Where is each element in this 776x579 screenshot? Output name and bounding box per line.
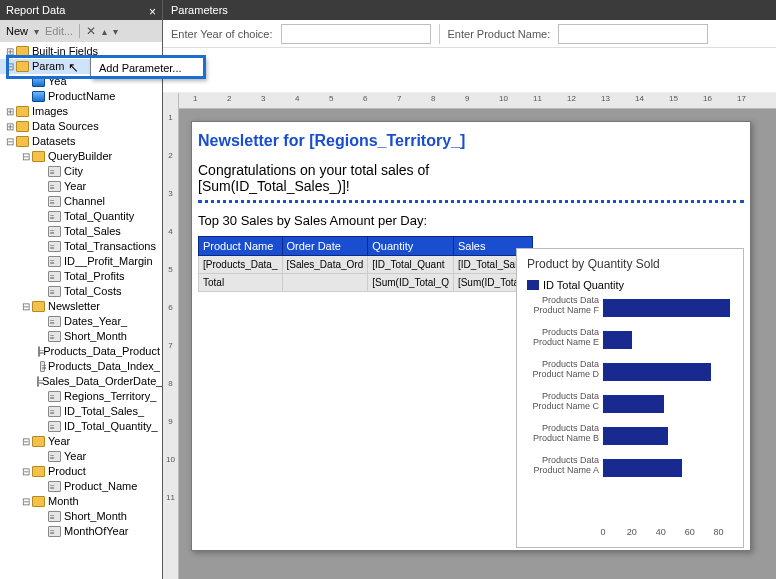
table-cell[interactable]: [Sum(ID_Total_Q	[368, 274, 454, 292]
tree-label: Total_Costs	[64, 284, 121, 299]
param1-label: Enter Year of choice:	[171, 28, 273, 40]
report-page[interactable]: Newsletter for [Regions_Territory_] Cong…	[191, 121, 751, 551]
close-icon[interactable]: ×	[149, 2, 156, 22]
subheading[interactable]: Top 30 Sales by Sales Amount per Day:	[198, 209, 744, 232]
tree-node[interactable]: Product_Name	[0, 479, 162, 494]
tree-node[interactable]: Year	[0, 179, 162, 194]
tree-node[interactable]: Products_Data_Product	[0, 344, 162, 359]
canvas-area[interactable]: Newsletter for [Regions_Territory_] Cong…	[179, 109, 776, 579]
expand-icon[interactable]: ⊞	[4, 104, 15, 119]
bar-row: Products DataProduct Name C	[603, 395, 733, 417]
param-icon	[32, 91, 45, 102]
tree-node[interactable]: Total_Transactions	[0, 239, 162, 254]
collapse-icon[interactable]: ⊟	[4, 134, 15, 149]
chart-axis: 020406080	[603, 527, 733, 541]
tree-node[interactable]: ID_Total_Sales_	[0, 404, 162, 419]
table-cell[interactable]: [ID_Total_Quant	[368, 256, 454, 274]
table-cell[interactable]: [Products_Data_	[199, 256, 283, 274]
collapse-icon[interactable]: ⊟	[20, 494, 31, 509]
table-header[interactable]: Order Date	[282, 237, 368, 256]
table-cell[interactable]: Total	[199, 274, 283, 292]
tree-node[interactable]: ⊟QueryBuilder	[0, 149, 162, 164]
table-header[interactable]: Product Name	[199, 237, 283, 256]
param2-input[interactable]	[558, 24, 708, 44]
tree-label: Total_Quantity	[64, 209, 134, 224]
folder-icon	[16, 106, 29, 117]
chart-bars: Products DataProduct Name FProducts Data…	[603, 299, 733, 499]
toolbar-separator	[79, 24, 80, 38]
congrats-line2[interactable]: [Sum(ID_Total_Sales_)]!	[198, 178, 744, 194]
tree-node[interactable]: ID_Total_Quantity_	[0, 419, 162, 434]
tree-label: Param	[32, 59, 64, 74]
expand-icon[interactable]: ⊞	[4, 44, 15, 59]
add-parameter-menu-item[interactable]: Add Parameter...	[91, 58, 204, 78]
tree-node[interactable]: ⊞Data Sources	[0, 119, 162, 134]
edit-button[interactable]: Edit...	[45, 25, 73, 37]
tree-node[interactable]: ProductName	[0, 89, 162, 104]
tree-label: Product_Name	[64, 479, 137, 494]
move-up-icon[interactable]: ▴	[102, 26, 107, 37]
collapse-icon[interactable]: ⊟	[4, 59, 15, 74]
table-cell[interactable]: [Sales_Data_Ord	[282, 256, 368, 274]
tree-label: Year	[64, 179, 86, 194]
delete-icon[interactable]: ✕	[86, 24, 96, 38]
bar-fill	[603, 299, 730, 317]
tree-node[interactable]: Total_Profits	[0, 269, 162, 284]
tree-node[interactable]: ⊟Newsletter	[0, 299, 162, 314]
tree-node[interactable]: MonthOfYear	[0, 524, 162, 539]
table-header[interactable]: Quantity	[368, 237, 454, 256]
fieldset-icon	[48, 196, 61, 207]
move-down-icon[interactable]: ▾	[113, 26, 118, 37]
tree-node[interactable]: Total_Quantity	[0, 209, 162, 224]
sales-table[interactable]: Product NameOrder DateQuantitySales [Pro…	[198, 236, 533, 292]
table-cell[interactable]	[282, 274, 368, 292]
tree-node[interactable]: Short_Month	[0, 509, 162, 524]
tree-node[interactable]: Total_Sales	[0, 224, 162, 239]
report-title[interactable]: Newsletter for [Regions_Territory_]	[192, 122, 750, 162]
tree-node[interactable]: ⊟Datasets	[0, 134, 162, 149]
collapse-icon[interactable]: ⊟	[20, 434, 31, 449]
report-data-tree[interactable]: ⊞Built-in Fields⊟Param Yea ProductName⊞I…	[0, 42, 162, 579]
context-menu[interactable]: Add Parameter...	[90, 57, 205, 79]
tree-node[interactable]: City	[0, 164, 162, 179]
horizontal-ruler: 1234567891011121314151617	[179, 93, 776, 109]
tree-label: Datasets	[32, 134, 75, 149]
tree-node[interactable]: ID__Profit_Margin	[0, 254, 162, 269]
tree-node[interactable]: ⊟Product	[0, 464, 162, 479]
tree-node[interactable]: Total_Costs	[0, 284, 162, 299]
axis-tick: 0	[600, 527, 605, 537]
fieldset-icon	[48, 271, 61, 282]
tree-node[interactable]: ⊟Year	[0, 434, 162, 449]
axis-tick: 20	[627, 527, 637, 537]
chart[interactable]: Product by Quantity Sold ID Total Quanti…	[516, 248, 744, 548]
tree-node[interactable]: Sales_Data_OrderDate_	[0, 374, 162, 389]
fieldset-icon	[48, 211, 61, 222]
tree-label: Yea	[48, 74, 67, 89]
congrats-line1[interactable]: Congratulations on your total sales of	[198, 162, 744, 178]
new-dropdown-icon[interactable]: ▾	[34, 26, 39, 37]
bar-row: Products DataProduct Name F	[603, 299, 733, 321]
collapse-icon[interactable]: ⊟	[20, 464, 31, 479]
tree-node[interactable]: Products_Data_Index_	[0, 359, 162, 374]
parameters-title: Parameters	[171, 4, 228, 16]
expand-icon[interactable]: ⊞	[4, 119, 15, 134]
tree-node[interactable]: Regions_Territory_	[0, 389, 162, 404]
collapse-icon[interactable]: ⊟	[20, 299, 31, 314]
bar-fill	[603, 363, 711, 381]
fieldset-icon	[48, 331, 61, 342]
param1-input[interactable]	[281, 24, 431, 44]
tree-node[interactable]: ⊟Month	[0, 494, 162, 509]
tree-node[interactable]: Short_Month	[0, 329, 162, 344]
tree-node[interactable]: ⊞Images	[0, 104, 162, 119]
tree-node[interactable]: Channel	[0, 194, 162, 209]
tree-node[interactable]: Year	[0, 449, 162, 464]
folder-icon	[32, 466, 45, 477]
report-data-title-bar: Report Data ×	[0, 0, 162, 20]
report-data-toolbar: New ▾ Edit... ✕ ▴ ▾	[0, 20, 162, 42]
collapse-icon[interactable]: ⊟	[20, 149, 31, 164]
new-button[interactable]: New	[6, 25, 28, 37]
tree-node[interactable]: Dates_Year_	[0, 314, 162, 329]
bar-label: Products DataProduct Name E	[517, 327, 599, 347]
fieldset-icon	[48, 316, 61, 327]
ruler-tick: 8	[163, 379, 178, 388]
